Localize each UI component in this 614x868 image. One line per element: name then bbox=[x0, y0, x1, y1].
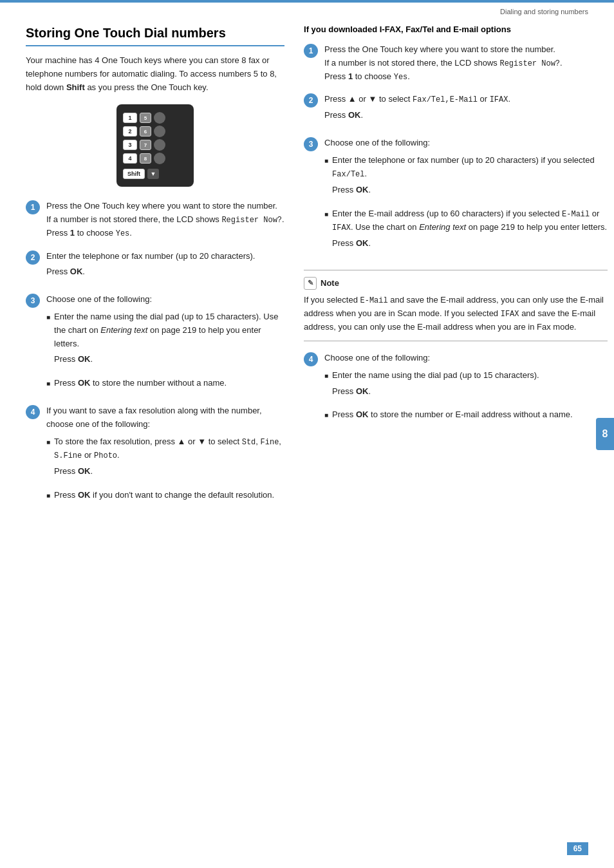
right-step-1: 1 Press the One Touch key where you want… bbox=[304, 43, 608, 84]
right-step-2: 2 Press ▲ or ▼ to select Fax/Tel,E-Mail … bbox=[304, 93, 608, 127]
right-step3-sub2-ok: Press OK. bbox=[332, 237, 608, 250]
step-3-sub-2: Press OK to store the number without a n… bbox=[46, 377, 284, 390]
key-button-3 bbox=[154, 139, 165, 151]
intro-text: Your machine has 4 One Touch keys where … bbox=[26, 54, 284, 94]
step4-sub1-ok: Press OK. bbox=[54, 465, 284, 478]
right-step-3-content: Choose one of the following: Enter the t… bbox=[324, 137, 608, 261]
note-icon: ✎ bbox=[304, 277, 317, 290]
main-content: Storing One Touch Dial numbers Your mach… bbox=[0, 18, 614, 542]
code-std: Std bbox=[242, 438, 256, 447]
right-step2-ok-bold: OK bbox=[348, 110, 361, 120]
note-code-email: E-Mail bbox=[360, 296, 387, 305]
section-title: Storing One Touch Dial numbers bbox=[26, 24, 284, 46]
breadcrumb: Dialing and storing numbers bbox=[500, 8, 588, 15]
step-4-sub-1-text: To store the fax resolution, press ▲ or … bbox=[54, 435, 284, 484]
right-step-1-content: Press the One Touch key where you want t… bbox=[324, 43, 608, 84]
shift-row: Shift ▼ bbox=[123, 169, 187, 179]
code-photo: Photo bbox=[94, 451, 117, 460]
step4-sub1-ok-bold: OK bbox=[78, 466, 91, 476]
key-row-1: 1 5 bbox=[123, 112, 187, 124]
entering-text-italic-1: Entering text bbox=[100, 325, 147, 335]
subsection-title: If you downloaded I-FAX, Fax/Tel and E-m… bbox=[304, 24, 608, 34]
right-code-faxtel: Fax/Tel,E-Mail bbox=[413, 95, 478, 104]
step2-ok-bold: OK bbox=[70, 267, 83, 276]
step-circle-1: 1 bbox=[26, 200, 40, 214]
right-step-4-sub-2-text: Press OK to store the number or E-mail a… bbox=[332, 408, 573, 422]
right-step4-sub2-ok-bold: OK bbox=[356, 410, 369, 419]
right-step-3-sub-2-text: Enter the E-mail address (up to 60 chara… bbox=[332, 207, 608, 256]
key-row-2: 2 6 bbox=[123, 126, 187, 137]
page-number: 65 bbox=[567, 842, 588, 855]
note-header: ✎ Note bbox=[304, 277, 608, 290]
key-6: 6 bbox=[140, 126, 151, 137]
left-step-2: 2 Enter the telephone or fax number (up … bbox=[26, 250, 284, 285]
note-label: Note bbox=[321, 278, 339, 288]
key-3: 3 bbox=[123, 140, 137, 150]
step-2-content: Enter the telephone or fax number (up to… bbox=[46, 250, 284, 285]
step-circle-4: 4 bbox=[26, 405, 40, 419]
step-3-content: Choose one of the following: Enter the n… bbox=[46, 293, 284, 395]
left-step-4: 4 If you want to save a fax resolution a… bbox=[26, 404, 284, 507]
key-8: 8 bbox=[140, 153, 151, 164]
left-step-1: 1 Press the One Touch key where you want… bbox=[26, 200, 284, 240]
right-step-4-sub-1-text: Enter the name using the dial pad (up to… bbox=[332, 369, 539, 404]
left-column: Storing One Touch Dial numbers Your mach… bbox=[26, 24, 284, 516]
right-step2-ok: Press OK. bbox=[324, 109, 608, 122]
right-step3-sub2-ok-bold: OK bbox=[356, 238, 369, 248]
step4-sub2-ok-bold: OK bbox=[78, 490, 91, 500]
right-step-3: 3 Choose one of the following: Enter the… bbox=[304, 137, 608, 261]
step-circle-2: 2 bbox=[26, 250, 40, 265]
page-footer: 65 bbox=[567, 842, 588, 855]
step3-sub1-ok: Press OK. bbox=[54, 353, 284, 366]
shift-key: Shift bbox=[123, 169, 145, 179]
right-step-3-sublist: Enter the telephone or fax number (up to… bbox=[324, 154, 608, 256]
intro-bold-shift: Shift bbox=[66, 82, 85, 92]
keyboard-body: 1 5 2 6 3 7 4 8 bbox=[116, 104, 194, 187]
key-button-2 bbox=[154, 126, 165, 137]
step-3-sublist: Enter the name using the dial pad (up to… bbox=[46, 310, 284, 390]
right-step3-sub1-ok-bold: OK bbox=[356, 185, 369, 194]
code-fine: Fine bbox=[261, 438, 279, 447]
keyboard-diagram: 1 5 2 6 3 7 4 8 bbox=[26, 104, 284, 187]
key-7: 7 bbox=[140, 140, 151, 150]
arrow-down-key: ▼ bbox=[147, 169, 159, 179]
step-3-sub-1: Enter the name using the dial pad (up to… bbox=[46, 310, 284, 372]
note-text: If you selected E-Mail and save the E-ma… bbox=[304, 294, 608, 334]
step2-press-ok: Press OK. bbox=[46, 265, 284, 279]
right-code-faxtel2: Fax/Tel bbox=[332, 170, 364, 179]
right-step-4-sub-1: Enter the name using the dial pad (up to… bbox=[324, 369, 608, 404]
right-step-4-content: Choose one of the following: Enter the n… bbox=[324, 352, 608, 427]
step-4-sub-2: Press OK if you don't want to change the… bbox=[46, 489, 284, 502]
right-column: If you downloaded I-FAX, Fax/Tel and E-m… bbox=[304, 24, 608, 516]
right-step4-sub1-ok-bold: OK bbox=[356, 386, 369, 396]
step3-sub1-ok-bold: OK bbox=[78, 354, 91, 364]
chapter-tab: 8 bbox=[596, 418, 614, 450]
note-code-ifax: IFAX bbox=[501, 310, 519, 319]
right-step-3-sub-1: Enter the telephone or fax number (up to… bbox=[324, 154, 608, 202]
right-step1-bold-1: 1 bbox=[348, 71, 353, 81]
right-step-circle-4: 4 bbox=[304, 352, 318, 366]
step-4-sub-2-text: Press OK if you don't want to change the… bbox=[54, 489, 274, 502]
key-5: 5 bbox=[140, 113, 151, 123]
code-register-now: Register Now? bbox=[221, 216, 282, 225]
right-step-circle-1: 1 bbox=[304, 44, 318, 58]
code-yes: Yes bbox=[116, 229, 130, 238]
right-code-email: E-Mail bbox=[562, 210, 590, 219]
step3-sub2-ok-bold: OK bbox=[78, 378, 91, 388]
step-circle-3: 3 bbox=[26, 294, 40, 308]
right-code-yes: Yes bbox=[394, 73, 408, 82]
step1-bold-1: 1 bbox=[70, 228, 75, 238]
key-1: 1 bbox=[123, 113, 137, 123]
right-step-circle-3: 3 bbox=[304, 137, 318, 151]
right-step-2-content: Press ▲ or ▼ to select Fax/Tel,E-Mail or… bbox=[324, 93, 608, 127]
step-4-sublist: To store the fax resolution, press ▲ or … bbox=[46, 435, 284, 502]
code-sfine: S.Fine bbox=[54, 451, 82, 460]
right-step-4-sub-2: Press OK to store the number or E-mail a… bbox=[324, 408, 608, 422]
right-step-circle-2: 2 bbox=[304, 93, 318, 108]
key-2: 2 bbox=[123, 126, 137, 137]
step-3-sub-1-text: Enter the name using the dial pad (up to… bbox=[54, 310, 284, 372]
right-code-ifax2: IFAX bbox=[332, 223, 351, 232]
key-row-4: 4 8 bbox=[123, 153, 187, 164]
step-1-content: Press the One Touch key where you want t… bbox=[46, 200, 284, 240]
key-4: 4 bbox=[123, 153, 137, 164]
